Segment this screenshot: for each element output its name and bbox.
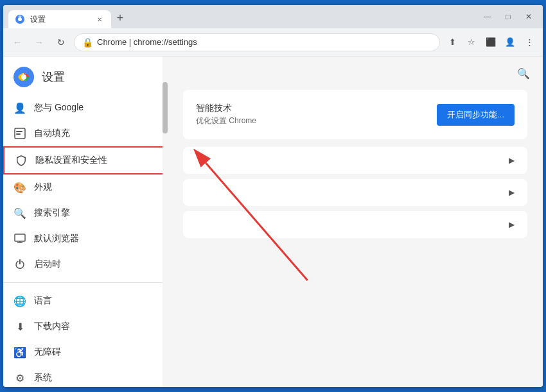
- address-text: Chrome | chrome://settings: [97, 37, 197, 47]
- chrome-logo-icon: [13, 67, 34, 87]
- sidebar-item-google[interactable]: 👤 您与 Google: [3, 95, 168, 121]
- titlebar: 设置 ✕ + — □ ✕: [3, 5, 543, 28]
- address-actions: ⬆ ☆ ⬛ 👤 ⋮: [444, 34, 538, 51]
- tab-favicon-icon: [15, 14, 25, 24]
- tab-area: 设置 ✕ +: [3, 5, 473, 28]
- tab-label: 设置: [30, 14, 46, 25]
- sidebar: 设置 👤 您与 Google: [3, 56, 168, 387]
- search-icon: 🔍: [13, 207, 26, 219]
- close-button[interactable]: ✕: [520, 8, 538, 26]
- sidebar-item-label: 语言: [34, 295, 52, 307]
- sync-text-area: 智能技术 优化设置 Chrome: [196, 103, 437, 126]
- sidebar-scrollbar[interactable]: [163, 56, 168, 387]
- menu-button[interactable]: ⋮: [521, 34, 538, 51]
- palette-icon: 🎨: [13, 181, 26, 194]
- sidebar-item-label: 默认浏览器: [34, 233, 79, 244]
- new-tab-button[interactable]: +: [111, 9, 129, 27]
- sync-enable-button[interactable]: 开启同步功能...: [437, 104, 515, 126]
- nav-divider: [3, 282, 168, 283]
- search-settings-button[interactable]: 🔍: [515, 64, 533, 82]
- sidebar-item-label: 外观: [34, 182, 52, 193]
- sidebar-title: 设置: [42, 69, 65, 85]
- sync-card: 智能技术 优化设置 Chrome 开启同步功能...: [183, 90, 527, 139]
- power-icon: [13, 258, 26, 271]
- svg-point-3: [21, 74, 26, 80]
- back-button[interactable]: ←: [8, 33, 26, 51]
- sidebar-item-accessibility[interactable]: ♿ 无障碍: [3, 339, 168, 365]
- shield-icon: [15, 154, 28, 167]
- autofill-icon: [13, 127, 26, 140]
- person-icon: 👤: [13, 101, 26, 114]
- main-top-bar: 🔍: [168, 56, 543, 90]
- svg-rect-6: [16, 133, 21, 135]
- globe-icon: 🌐: [13, 294, 26, 307]
- window-controls: — □ ✕: [473, 5, 543, 28]
- sidebar-item-label: 自动填充: [34, 128, 70, 139]
- main-content: 设置 👤 您与 Google: [3, 56, 543, 387]
- tab-close-button[interactable]: ✕: [94, 14, 105, 24]
- sidebar-item-label: 隐私设置和安全性: [35, 155, 107, 166]
- split-view-button[interactable]: ⬛: [482, 34, 499, 51]
- sidebar-item-label: 下载内容: [34, 321, 70, 332]
- sidebar-item-downloads[interactable]: ⬇ 下载内容: [3, 314, 168, 339]
- sidebar-item-privacy[interactable]: 隐私设置和安全性: [3, 146, 168, 175]
- sidebar-item-autofill[interactable]: 自动填充: [3, 121, 168, 146]
- chevron-right-icon: ▶: [509, 188, 515, 197]
- minimize-button[interactable]: —: [479, 8, 497, 26]
- chevron-right-icon: ▶: [509, 220, 515, 229]
- sidebar-item-system[interactable]: ⚙ 系统: [3, 365, 168, 387]
- secure-icon: 🔒: [82, 37, 93, 47]
- sidebar-header: 设置: [3, 56, 168, 92]
- addressbar: ← → ↻ 🔒 Chrome | chrome://settings ⬆ ☆ ⬛…: [3, 28, 543, 56]
- sidebar-item-browser[interactable]: 默认浏览器: [3, 226, 168, 251]
- profile-button[interactable]: 👤: [502, 34, 518, 51]
- sidebar-item-label: 系统: [34, 372, 52, 384]
- svg-rect-5: [16, 131, 22, 132]
- accessibility-icon: ♿: [13, 346, 26, 359]
- download-icon: ⬇: [13, 320, 26, 333]
- bookmark-button[interactable]: ☆: [463, 34, 480, 51]
- main-panel: 🔍 智能技术 优化设置 Chrome 开启同步功能... ▶: [168, 56, 543, 387]
- sidebar-item-search[interactable]: 🔍 搜索引擎: [3, 200, 168, 226]
- browser-window: 设置 ✕ + — □ ✕ ← → ↻ 🔒 Chrome | chrome://s…: [3, 5, 543, 387]
- restore-button[interactable]: □: [499, 8, 517, 26]
- forward-button[interactable]: →: [30, 33, 48, 51]
- address-bar[interactable]: 🔒 Chrome | chrome://settings: [74, 33, 440, 51]
- sidebar-item-appearance[interactable]: 🎨 外观: [3, 175, 168, 200]
- refresh-button[interactable]: ↻: [52, 33, 70, 51]
- sidebar-navigation: 👤 您与 Google 自动填充: [3, 92, 168, 387]
- settings-content: 智能技术 优化设置 Chrome 开启同步功能... ▶ ▶ ▶: [168, 90, 543, 238]
- chevron-right-icon: ▶: [509, 156, 515, 165]
- monitor-icon: [13, 232, 26, 245]
- settings-list-item-2[interactable]: ▶: [183, 179, 527, 206]
- sync-subtitle: 优化设置 Chrome: [196, 115, 437, 126]
- sidebar-scrollbar-thumb: [163, 82, 168, 133]
- active-tab[interactable]: 设置 ✕: [8, 10, 111, 28]
- sidebar-item-label: 启动时: [34, 259, 61, 270]
- sidebar-item-label: 无障碍: [34, 346, 61, 358]
- sidebar-item-label: 搜索引擎: [34, 207, 70, 219]
- share-button[interactable]: ⬆: [444, 34, 461, 51]
- sidebar-item-startup[interactable]: 启动时: [3, 251, 168, 277]
- sidebar-item-label: 您与 Google: [34, 102, 84, 114]
- settings-list-item-3[interactable]: ▶: [183, 211, 527, 238]
- settings-list-item-1[interactable]: ▶: [183, 147, 527, 174]
- svg-rect-7: [15, 234, 25, 241]
- gear-icon: ⚙: [13, 371, 26, 384]
- sidebar-item-language[interactable]: 🌐 语言: [3, 288, 168, 314]
- sync-title: 智能技术: [196, 103, 437, 114]
